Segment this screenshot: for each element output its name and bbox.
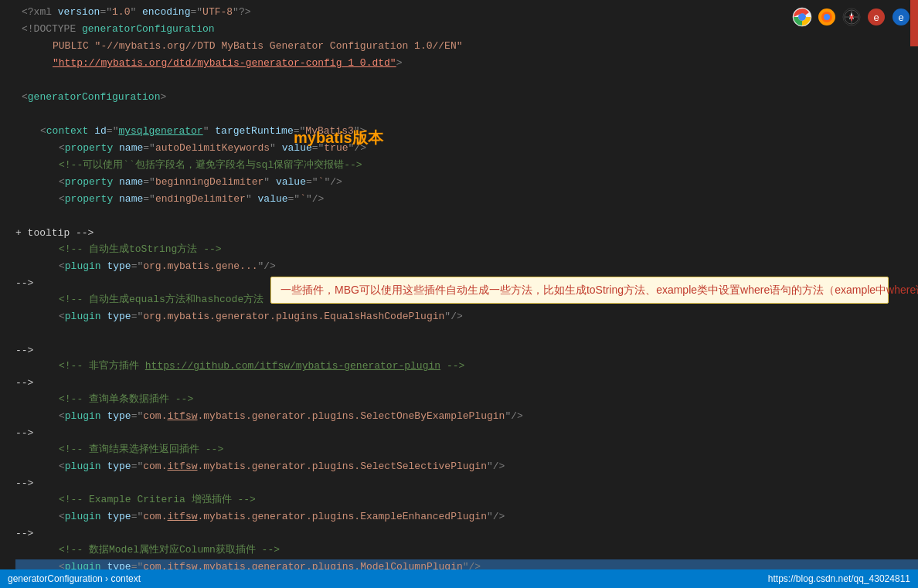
line-20: <!-- 查询单条数据插件 --> [15,392,918,409]
code-content: <?xml version="1.0" encoding="UTF-8"?> <… [0,0,918,581]
status-url: https://blog.csdn.net/qq_43024811 [768,573,910,584]
line-3: PUBLIC "-//mybatis.org//DTD MyBatis Gene… [15,39,918,56]
line-9: <property name="autoDelimitKeywords" val… [15,141,918,158]
line-24: <!-- Example Criteria 增强插件 --> [15,492,918,509]
mybatis-version-label: mybatis版本 [294,125,383,150]
firefox-icon [816,6,838,28]
line-7 [15,107,918,124]
line-4: "http://mybatis.org/dtd/mybatis-generato… [15,56,918,73]
svg-text:e: e [898,12,903,23]
line-12: <property name="endingDelimiter" value="… [15,192,918,209]
line-21: <plugin type="com.itfsw.mybatis.generato… [15,409,918,426]
line-15: <plugin type="org.mybatis.gene..."/> [15,259,918,276]
edge-icon: e [890,6,912,28]
safari-icon [841,6,862,28]
line-18 [15,326,918,343]
browser-bar: e e [791,6,912,28]
line-25: <plugin type="com.itfsw.mybatis.generato… [15,509,918,526]
ie-icon: e [865,6,887,28]
line-11: <property name="beginningDelimiter" valu… [15,175,918,192]
svg-text:e: e [873,12,879,23]
status-bar: generatorConfiguration › context https:/… [0,569,918,588]
line-23: <plugin type="com.itfsw.mybatis.generato… [15,459,918,476]
line-1: <?xml version="1.0" encoding="UTF-8"?> [15,5,918,22]
line-26: <!-- 数据Model属性对应Column获取插件 --> [15,542,918,559]
line-5 [15,73,918,90]
tooltip-text: 一些插件，MBG可以使用这些插件自动生成一些方法，比如生成toString方法、… [280,284,918,296]
svg-point-4 [824,14,830,20]
chrome-icon [791,6,813,28]
line-6: <generatorConfiguration> [15,90,918,107]
line-2: <!DOCTYPE generatorConfiguration [15,22,918,39]
line-22: <!-- 查询结果选择性返回插件 --> [15,442,918,459]
line-13 [15,209,918,226]
editor-area: e e <?xml version="1.0" encoding="UTF-8"… [0,0,918,588]
line-10: <!--可以使用``包括字段名，避免字段名与sql保留字冲突报错--> [15,158,918,175]
corner-indicator [910,0,918,46]
line-17: <plugin type="org.mybatis.generator.plug… [15,309,918,326]
line-14: <!-- 自动生成toString方法 --> [15,242,918,259]
tooltip-box: 一些插件，MBG可以使用这些插件自动生成一些方法，比如生成toString方法、… [270,277,889,304]
line-8: <context id="mysqlgenerator" targetRunti… [15,124,918,141]
line-19: <!-- 非官方插件 https://github.com/itfsw/myba… [15,359,918,376]
breadcrumb: generatorConfiguration › context [8,573,141,584]
